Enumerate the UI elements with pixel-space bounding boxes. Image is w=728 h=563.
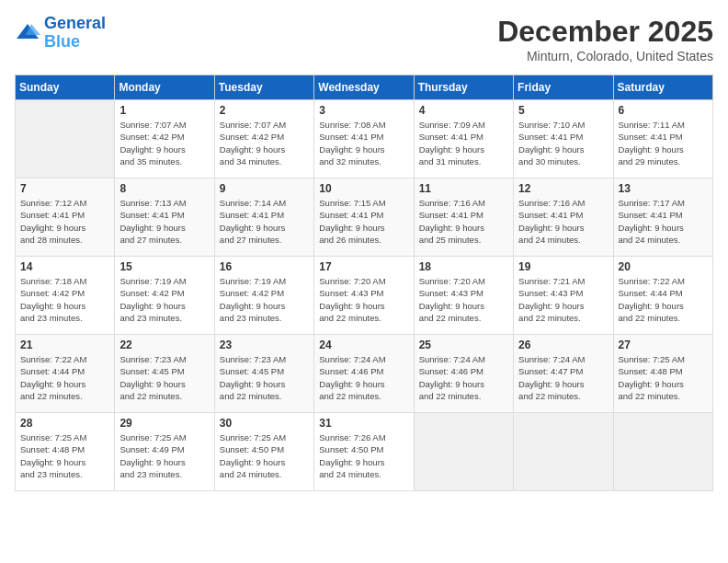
- day-number: 17: [319, 260, 408, 273]
- day-number: 13: [619, 182, 708, 195]
- day-info: Sunrise: 7:19 AMSunset: 4:42 PMDaylight:…: [220, 275, 309, 324]
- day-info: Sunrise: 7:22 AMSunset: 4:44 PMDaylight:…: [20, 353, 109, 402]
- header-cell-wednesday: Wednesday: [314, 75, 414, 100]
- day-info: Sunrise: 7:16 AMSunset: 4:41 PMDaylight:…: [518, 197, 608, 246]
- day-number: 20: [619, 260, 708, 273]
- day-number: 28: [20, 417, 109, 430]
- day-cell: 31Sunrise: 7:26 AMSunset: 4:50 PMDayligh…: [314, 413, 414, 491]
- day-cell: 5Sunrise: 7:10 AMSunset: 4:41 PMDaylight…: [514, 100, 613, 178]
- day-number: 9: [220, 182, 309, 195]
- day-number: 2: [220, 104, 309, 117]
- day-info: Sunrise: 7:08 AMSunset: 4:41 PMDaylight:…: [319, 119, 408, 167]
- day-number: 27: [619, 339, 708, 351]
- day-cell: [514, 413, 613, 491]
- day-info: Sunrise: 7:24 AMSunset: 4:46 PMDaylight:…: [319, 353, 408, 402]
- day-info: Sunrise: 7:24 AMSunset: 4:46 PMDaylight:…: [419, 353, 508, 402]
- day-cell: 27Sunrise: 7:25 AMSunset: 4:48 PMDayligh…: [613, 335, 712, 413]
- logo-icon: [15, 20, 40, 46]
- week-row-1: 1Sunrise: 7:07 AMSunset: 4:42 PMDaylight…: [16, 100, 713, 178]
- day-number: 1: [119, 104, 209, 117]
- day-cell: 21Sunrise: 7:22 AMSunset: 4:44 PMDayligh…: [16, 335, 115, 413]
- day-cell: 14Sunrise: 7:18 AMSunset: 4:42 PMDayligh…: [16, 257, 115, 335]
- day-cell: 15Sunrise: 7:19 AMSunset: 4:42 PMDayligh…: [115, 257, 214, 335]
- day-cell: 19Sunrise: 7:21 AMSunset: 4:43 PMDayligh…: [514, 257, 613, 335]
- calendar-table: SundayMondayTuesdayWednesdayThursdayFrid…: [15, 75, 713, 491]
- day-cell: 1Sunrise: 7:07 AMSunset: 4:42 PMDaylight…: [115, 100, 214, 178]
- day-cell: 28Sunrise: 7:25 AMSunset: 4:48 PMDayligh…: [16, 413, 115, 491]
- day-number: 19: [518, 260, 608, 273]
- day-info: Sunrise: 7:17 AMSunset: 4:41 PMDaylight:…: [619, 197, 708, 246]
- title-area: December 2025 Minturn, Colorado, United …: [497, 15, 713, 63]
- day-number: 8: [119, 182, 209, 195]
- day-cell: 16Sunrise: 7:19 AMSunset: 4:42 PMDayligh…: [214, 257, 313, 335]
- logo: General Blue: [15, 15, 106, 52]
- day-number: 4: [419, 104, 508, 117]
- day-info: Sunrise: 7:20 AMSunset: 4:43 PMDaylight:…: [419, 275, 508, 324]
- day-cell: 11Sunrise: 7:16 AMSunset: 4:41 PMDayligh…: [414, 178, 513, 257]
- day-info: Sunrise: 7:12 AMSunset: 4:41 PMDaylight:…: [20, 197, 109, 246]
- day-info: Sunrise: 7:18 AMSunset: 4:42 PMDaylight:…: [20, 275, 109, 324]
- day-info: Sunrise: 7:25 AMSunset: 4:48 PMDaylight:…: [20, 431, 109, 480]
- day-number: 11: [419, 182, 508, 195]
- day-info: Sunrise: 7:15 AMSunset: 4:41 PMDaylight:…: [319, 197, 408, 246]
- day-info: Sunrise: 7:26 AMSunset: 4:50 PMDaylight:…: [319, 431, 408, 480]
- day-info: Sunrise: 7:13 AMSunset: 4:41 PMDaylight:…: [119, 197, 209, 246]
- day-number: 21: [20, 339, 109, 351]
- week-row-5: 28Sunrise: 7:25 AMSunset: 4:48 PMDayligh…: [16, 413, 713, 491]
- header-cell-tuesday: Tuesday: [214, 75, 313, 100]
- header-cell-friday: Friday: [514, 75, 613, 100]
- day-cell: [414, 413, 513, 491]
- header-cell-monday: Monday: [115, 75, 214, 100]
- day-cell: 29Sunrise: 7:25 AMSunset: 4:49 PMDayligh…: [115, 413, 214, 491]
- day-cell: 22Sunrise: 7:23 AMSunset: 4:45 PMDayligh…: [115, 335, 214, 413]
- day-number: 6: [619, 104, 708, 117]
- header: General Blue December 2025 Minturn, Colo…: [15, 15, 713, 63]
- header-cell-saturday: Saturday: [613, 75, 712, 100]
- calendar-subtitle: Minturn, Colorado, United States: [497, 49, 713, 63]
- day-info: Sunrise: 7:25 AMSunset: 4:50 PMDaylight:…: [220, 431, 309, 480]
- header-cell-sunday: Sunday: [16, 75, 115, 100]
- header-row: SundayMondayTuesdayWednesdayThursdayFrid…: [16, 75, 713, 100]
- day-cell: 18Sunrise: 7:20 AMSunset: 4:43 PMDayligh…: [414, 257, 513, 335]
- day-number: 26: [518, 339, 608, 351]
- week-row-4: 21Sunrise: 7:22 AMSunset: 4:44 PMDayligh…: [16, 335, 713, 413]
- day-number: 24: [319, 339, 408, 351]
- day-info: Sunrise: 7:23 AMSunset: 4:45 PMDaylight:…: [220, 353, 309, 402]
- day-number: 16: [220, 260, 309, 273]
- day-number: 22: [119, 339, 209, 351]
- day-number: 10: [319, 182, 408, 195]
- day-info: Sunrise: 7:25 AMSunset: 4:48 PMDaylight:…: [619, 353, 708, 402]
- day-info: Sunrise: 7:07 AMSunset: 4:42 PMDaylight:…: [220, 119, 309, 167]
- day-number: 23: [220, 339, 309, 351]
- day-cell: 17Sunrise: 7:20 AMSunset: 4:43 PMDayligh…: [314, 257, 414, 335]
- day-info: Sunrise: 7:25 AMSunset: 4:49 PMDaylight:…: [119, 431, 209, 480]
- day-info: Sunrise: 7:09 AMSunset: 4:41 PMDaylight:…: [419, 119, 508, 167]
- day-cell: 10Sunrise: 7:15 AMSunset: 4:41 PMDayligh…: [314, 178, 414, 257]
- day-cell: 24Sunrise: 7:24 AMSunset: 4:46 PMDayligh…: [314, 335, 414, 413]
- day-cell: 12Sunrise: 7:16 AMSunset: 4:41 PMDayligh…: [514, 178, 613, 257]
- day-number: 29: [119, 417, 209, 430]
- day-info: Sunrise: 7:16 AMSunset: 4:41 PMDaylight:…: [419, 197, 508, 246]
- day-cell: 8Sunrise: 7:13 AMSunset: 4:41 PMDaylight…: [115, 178, 214, 257]
- day-number: 12: [518, 182, 608, 195]
- day-info: Sunrise: 7:23 AMSunset: 4:45 PMDaylight:…: [119, 353, 209, 402]
- day-cell: 13Sunrise: 7:17 AMSunset: 4:41 PMDayligh…: [613, 178, 712, 257]
- day-number: 14: [20, 260, 109, 273]
- day-info: Sunrise: 7:24 AMSunset: 4:47 PMDaylight:…: [518, 353, 608, 402]
- day-cell: 20Sunrise: 7:22 AMSunset: 4:44 PMDayligh…: [613, 257, 712, 335]
- day-cell: 30Sunrise: 7:25 AMSunset: 4:50 PMDayligh…: [214, 413, 313, 491]
- day-cell: 3Sunrise: 7:08 AMSunset: 4:41 PMDaylight…: [314, 100, 414, 178]
- week-row-2: 7Sunrise: 7:12 AMSunset: 4:41 PMDaylight…: [16, 178, 713, 257]
- day-info: Sunrise: 7:10 AMSunset: 4:41 PMDaylight:…: [518, 119, 608, 167]
- day-info: Sunrise: 7:20 AMSunset: 4:43 PMDaylight:…: [319, 275, 408, 324]
- day-cell: 6Sunrise: 7:11 AMSunset: 4:41 PMDaylight…: [613, 100, 712, 178]
- day-info: Sunrise: 7:21 AMSunset: 4:43 PMDaylight:…: [518, 275, 608, 324]
- day-info: Sunrise: 7:11 AMSunset: 4:41 PMDaylight:…: [619, 119, 708, 167]
- day-cell: 25Sunrise: 7:24 AMSunset: 4:46 PMDayligh…: [414, 335, 513, 413]
- day-info: Sunrise: 7:19 AMSunset: 4:42 PMDaylight:…: [119, 275, 209, 324]
- day-cell: 7Sunrise: 7:12 AMSunset: 4:41 PMDaylight…: [16, 178, 115, 257]
- day-info: Sunrise: 7:22 AMSunset: 4:44 PMDaylight:…: [619, 275, 708, 324]
- week-row-3: 14Sunrise: 7:18 AMSunset: 4:42 PMDayligh…: [16, 257, 713, 335]
- day-cell: [613, 413, 712, 491]
- day-number: 31: [319, 417, 408, 430]
